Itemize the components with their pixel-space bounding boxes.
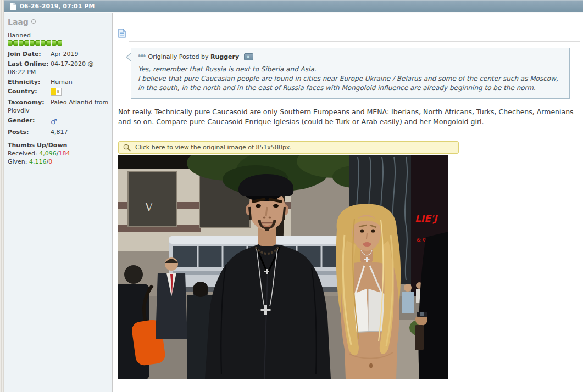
- field-label: Last Online:: [8, 60, 51, 69]
- quote-box: ❝❝Originally Posted by Ruggery » Yes, re…: [131, 48, 570, 99]
- field-value: 4,817: [51, 128, 68, 136]
- photo-illustration: V: [118, 155, 448, 379]
- reputation-segment: [13, 40, 18, 46]
- post-paper-icon: [118, 29, 126, 38]
- page-left-margin: [0, 0, 4, 392]
- field-last-online: Last Online:04-17-2020 @ 08:22 PM: [8, 60, 109, 77]
- post-header-bar: 06-26-2019, 07:01 PM: [4, 0, 583, 12]
- username-link[interactable]: Laag: [8, 18, 29, 26]
- reputation-segment: [24, 40, 29, 46]
- reputation-segment: [52, 40, 57, 46]
- field-label: Taxonomy:: [8, 99, 51, 107]
- thumbs-received: Received: 4,096/184: [8, 150, 109, 157]
- thumbs-given-down: 0: [48, 158, 52, 165]
- thumbs-received-down: 184: [58, 150, 70, 157]
- attached-photo-thumbnail[interactable]: V: [118, 155, 448, 379]
- reputation-segment: [8, 40, 13, 46]
- male-gender-icon: ♂: [51, 117, 57, 126]
- post-datetime: 06-26-2019, 07:01 PM: [20, 1, 95, 12]
- image-resize-notice-text: Click here to view the original image of…: [135, 144, 292, 151]
- quote-prefix: Originally Posted by: [148, 53, 209, 60]
- post-message-text: Not really. Technically pure Caucasoid a…: [118, 107, 576, 127]
- quote-container: ❝❝Originally Posted by Ruggery » Yes, re…: [131, 48, 570, 99]
- field-value: Apr 2019: [51, 51, 79, 58]
- field-ethnicity: Ethnicity:Human: [8, 79, 109, 87]
- reputation-segment: [41, 40, 46, 46]
- field-taxonomy: Taxonomy:Paleo-Atlantid from Plovdiv: [8, 99, 109, 115]
- post-divider: [129, 41, 580, 42]
- field-posts: Posts:4,817: [8, 128, 109, 137]
- post-date-icon: [10, 3, 16, 10]
- field-label: Ethnicity:: [8, 79, 51, 87]
- quote-marks-icon: ❝❝: [138, 52, 145, 62]
- view-post-icon[interactable]: »: [244, 53, 253, 60]
- reputation-bar: [8, 40, 109, 46]
- quote-line-1: Yes, remember that Russia is next to Sib…: [138, 65, 563, 74]
- field-value: Human: [51, 79, 73, 86]
- photo-sign-text-1: LIE'J: [415, 213, 438, 224]
- thumbs-received-up: 4,096: [39, 150, 57, 157]
- reputation-segment: [19, 40, 24, 46]
- quoted-text: Yes, remember that Russia is next to Sib…: [138, 65, 563, 92]
- reputation-segment: [57, 40, 62, 46]
- reputation-segment: [35, 40, 40, 46]
- magnifier-plus-icon: [123, 144, 131, 152]
- user-info-sidebar: Laag Banned Join Date:Apr 2019 Last Onli…: [4, 13, 113, 392]
- thumbs-given: Given: 4,116/0: [8, 158, 109, 165]
- quote-header: ❝❝Originally Posted by Ruggery »: [138, 52, 563, 62]
- post-content-area: ❝❝Originally Posted by Ruggery » Yes, re…: [113, 13, 583, 392]
- thumbs-heading: Thumbs Up/Down: [8, 142, 109, 149]
- reputation-segment: [46, 40, 51, 46]
- forum-post-page: 06-26-2019, 07:01 PM Laag Banned Join Da…: [0, 0, 583, 392]
- thumbs-given-label: Given:: [8, 158, 27, 165]
- user-title: Banned: [8, 32, 109, 39]
- field-country: Country:: [8, 88, 109, 97]
- quote-line-2: I believe that pure Caucasian people are…: [138, 74, 563, 93]
- field-label: Gender:: [8, 117, 51, 125]
- quote-author: Ruggery: [210, 53, 239, 60]
- svg-text:V: V: [145, 200, 153, 214]
- field-join-date: Join Date:Apr 2019: [8, 51, 109, 59]
- reputation-segment: [30, 40, 35, 46]
- field-label: Country:: [8, 88, 51, 96]
- vatican-flag-icon: [51, 88, 62, 96]
- field-gender: Gender:♂: [8, 117, 109, 127]
- online-status-icon: [31, 19, 36, 24]
- field-label: Posts:: [8, 128, 51, 137]
- thumbs-received-label: Received:: [8, 150, 37, 157]
- thumbs-given-up: 4,116: [29, 158, 47, 165]
- image-resize-notice[interactable]: Click here to view the original image of…: [118, 141, 459, 154]
- field-label: Join Date:: [8, 51, 51, 59]
